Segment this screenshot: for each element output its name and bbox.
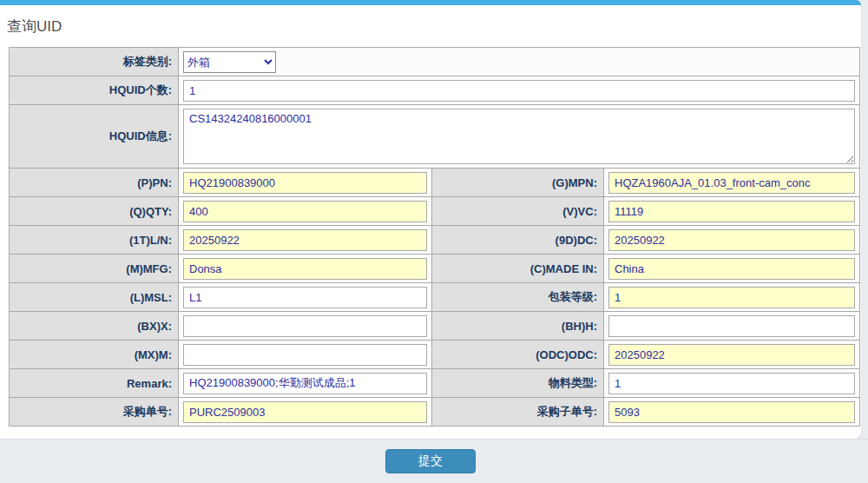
remark-cell (179, 369, 432, 398)
hquid-info-textarea[interactable] (183, 109, 855, 164)
form-row: Remark:物料类型: (10, 369, 860, 398)
purchase-sub-order-label: 采购子单号: (432, 398, 604, 427)
hquid-count-label: HQUID个数: (10, 76, 179, 105)
form-row: (BX)X:(BH)H: (10, 312, 860, 341)
ln-input[interactable] (183, 229, 427, 251)
form-row: HQUID个数: (10, 76, 860, 105)
bh-cell (604, 312, 860, 341)
form-row: (L)MSL:包装等级: (10, 283, 860, 312)
form-row: (P)PN:(G)MPN: (10, 169, 860, 197)
bx-input[interactable] (183, 315, 427, 337)
mpn-label: (G)MPN: (432, 169, 604, 197)
bh-input[interactable] (608, 315, 855, 337)
pn-label: (P)PN: (10, 169, 179, 197)
qty-input[interactable] (183, 201, 427, 222)
form-row: (MX)M:(ODC)ODC: (10, 341, 860, 369)
hquid-count-cell (179, 76, 860, 105)
label-category-select[interactable]: 外箱 (183, 51, 276, 73)
mfg-cell (179, 255, 432, 283)
msl-input[interactable] (183, 287, 427, 308)
form-row: (M)MFG:(C)MADE IN: (10, 255, 860, 283)
remark-label: Remark: (10, 369, 179, 398)
material-type-cell (604, 369, 860, 398)
package-level-cell (604, 283, 860, 312)
purchase-order-label: 采购单号: (10, 398, 179, 427)
made-in-cell (604, 255, 860, 283)
package-level-label: 包装等级: (432, 283, 604, 312)
form-row: (Q)QTY:(V)VC: (10, 197, 860, 226)
footer-bar: 提交 (0, 439, 861, 483)
ln-label: (1T)L/N: (10, 226, 179, 255)
submit-button[interactable]: 提交 (385, 449, 476, 473)
form-row: 采购单号:采购子单号: (10, 398, 860, 427)
qty-label: (Q)QTY: (10, 197, 179, 226)
uid-form-table: 标签类别:外箱HQUID个数:HQUID信息:(P)PN:(G)MPN:(Q)Q… (9, 47, 860, 427)
bh-label: (BH)H: (432, 312, 604, 341)
odc-cell (604, 341, 860, 369)
form-row: HQUID信息: (10, 105, 860, 169)
dc-cell (604, 226, 860, 255)
content-panel: 查询UID 标签类别:外箱HQUID个数:HQUID信息:(P)PN:(G)MP… (0, 0, 861, 439)
page-title: 查询UID (0, 5, 861, 47)
msl-label: (L)MSL: (10, 283, 179, 312)
made-in-label: (C)MADE IN: (432, 255, 604, 283)
vc-input[interactable] (608, 201, 855, 222)
dc-label: (9D)DC: (432, 226, 604, 255)
mpn-cell (604, 169, 860, 197)
purchase-order-input[interactable] (183, 401, 427, 423)
mfg-input[interactable] (183, 258, 427, 280)
purchase-sub-order-input[interactable] (608, 401, 855, 423)
mx-cell (179, 341, 432, 369)
label-category-label: 标签类别: (10, 48, 179, 76)
hquid-count-input[interactable] (183, 80, 855, 102)
ln-cell (179, 226, 432, 255)
remark-input[interactable] (183, 373, 427, 394)
hquid-info-cell (179, 105, 860, 169)
bx-label: (BX)X: (10, 312, 179, 341)
package-level-input[interactable] (608, 287, 855, 308)
msl-cell (179, 283, 432, 312)
material-type-input[interactable] (608, 373, 855, 394)
vc-label: (V)VC: (432, 197, 604, 226)
pn-input[interactable] (183, 172, 427, 194)
qty-cell (179, 197, 432, 226)
hquid-info-label: HQUID信息: (10, 105, 179, 169)
odc-label: (ODC)ODC: (432, 341, 604, 369)
form-row: (1T)L/N:(9D)DC: (10, 226, 860, 255)
mpn-input[interactable] (608, 172, 855, 194)
material-type-label: 物料类型: (432, 369, 604, 398)
dc-input[interactable] (608, 229, 855, 251)
mx-input[interactable] (183, 344, 427, 366)
mfg-label: (M)MFG: (10, 255, 179, 283)
pn-cell (179, 169, 432, 197)
made-in-input[interactable] (608, 258, 855, 280)
vc-cell (604, 197, 860, 226)
purchase-sub-order-cell (604, 398, 860, 427)
odc-input[interactable] (608, 344, 855, 366)
label-category-cell: 外箱 (179, 48, 860, 76)
purchase-order-cell (179, 398, 432, 427)
mx-label: (MX)M: (10, 341, 179, 369)
bx-cell (179, 312, 432, 341)
form-row: 标签类别:外箱 (10, 48, 860, 76)
